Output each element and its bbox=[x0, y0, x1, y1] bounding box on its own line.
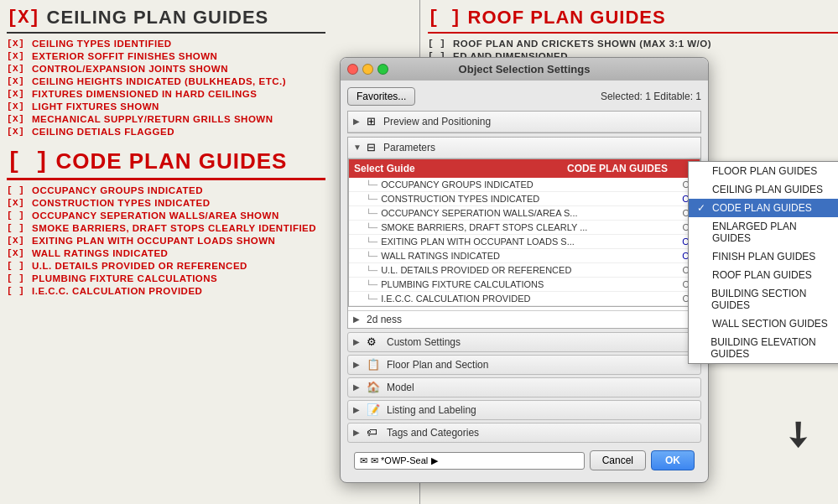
check-mark bbox=[697, 226, 709, 238]
owp-seal-dropdown[interactable]: ✉ ✉ *OWP-Seal ▶ bbox=[354, 452, 585, 470]
dropdown-menu-item[interactable]: CEILING PLAN GUIDES bbox=[689, 180, 838, 199]
twod-arrow: ▶ bbox=[353, 314, 363, 325]
dropdown-menu-item[interactable]: FLOOR PLAN GUIDES bbox=[689, 162, 838, 180]
tree-icon: └─ bbox=[366, 294, 377, 304]
dialog-body: Favorites... Selected: 1 Editable: 1 ▶ ⊞… bbox=[341, 81, 708, 482]
twod-label: 2d ness bbox=[367, 314, 402, 325]
custom-label: Custom Settings bbox=[387, 336, 461, 348]
tags-arrow: ▶ bbox=[353, 428, 363, 438]
model-icon: 🏠 bbox=[367, 381, 380, 394]
dropdown-menu-item[interactable]: WALL SECTION GUIDES bbox=[689, 314, 838, 333]
owp-label: ✉ *OWP-Seal bbox=[371, 455, 428, 466]
parameters-header[interactable]: ▼ ⊟ Parameters bbox=[348, 138, 700, 158]
maximize-btn[interactable] bbox=[377, 64, 388, 75]
row-label: EXITING PLAN WITH OCCUPANT LOADS S... bbox=[381, 236, 665, 247]
custom-icon: ⚙ bbox=[367, 335, 380, 349]
table-row[interactable]: └─WALL RATINGS INDICATEDOn bbox=[349, 249, 700, 263]
check-mark bbox=[697, 184, 709, 195]
tags-icon: 🏷 bbox=[367, 426, 380, 439]
dropdown-menu-item[interactable]: ROOF PLAN GUIDES bbox=[689, 266, 838, 284]
sg-col-right: CODE PLAN GUIDES bbox=[567, 163, 684, 174]
tree-icon: └─ bbox=[366, 180, 377, 190]
parameters-section: ▼ ⊟ Parameters Select Guide CODE PLAN GU… bbox=[347, 137, 701, 329]
dropdown-menu-item[interactable]: BUILDING SECTION GUIDES bbox=[689, 284, 838, 314]
owp-chevron: ▶ bbox=[431, 455, 438, 466]
sg-col-left: Select Guide bbox=[354, 163, 567, 174]
row-label: I.E.C.C. CALCULATION PROVIDED bbox=[381, 294, 665, 304]
tree-icon: └─ bbox=[366, 252, 377, 261]
menu-item-label: CODE PLAN GUIDES bbox=[712, 202, 812, 214]
owp-icon: ✉ bbox=[360, 455, 367, 466]
table-row[interactable]: └─OCCUPANCY SEPERATION WALLS/AREA S...Of… bbox=[349, 206, 700, 221]
check-mark bbox=[697, 342, 707, 354]
select-guide-header: Select Guide CODE PLAN GUIDES ▶ bbox=[349, 159, 700, 178]
listing-arrow: ▶ bbox=[353, 405, 363, 415]
preview-arrow: ▶ bbox=[353, 117, 363, 127]
menu-item-label: BUILDING ELEVATION GUIDES bbox=[710, 336, 838, 360]
menu-item-label: BUILDING SECTION GUIDES bbox=[711, 288, 838, 311]
menu-item-label: ENLARGED PLAN GUIDES bbox=[712, 221, 838, 244]
tree-icon: └─ bbox=[366, 209, 377, 218]
menu-item-label: WALL SECTION GUIDES bbox=[712, 318, 828, 330]
favorites-button[interactable]: Favorites... bbox=[347, 87, 415, 106]
table-row[interactable]: └─SMOKE BARRIERS, DRAFT STOPS CLEARLY ..… bbox=[349, 221, 700, 235]
cancel-button[interactable]: Cancel bbox=[590, 450, 646, 470]
custom-settings-row[interactable]: ▶ ⚙ Custom Settings bbox=[347, 332, 701, 352]
check-mark bbox=[697, 318, 709, 330]
table-row[interactable]: └─I.E.C.C. CALCULATION PROVIDEDOff bbox=[349, 292, 700, 306]
menu-item-label: CEILING PLAN GUIDES bbox=[712, 184, 823, 195]
preview-header[interactable]: ▶ ⊞ Preview and Positioning bbox=[348, 112, 700, 132]
check-mark bbox=[697, 251, 709, 262]
floor-plan-row[interactable]: ▶ 📋 Floor Plan and Section bbox=[347, 355, 701, 375]
floor-arrow: ▶ bbox=[353, 360, 363, 370]
tree-icon: └─ bbox=[366, 237, 377, 247]
menu-item-label: FLOOR PLAN GUIDES bbox=[712, 165, 817, 177]
row-label: PLUMBING FIXTURE CALCULATIONS bbox=[381, 279, 665, 289]
dialog-title: Object Selection Settings bbox=[459, 63, 591, 75]
bottom-sections: ▶ ⚙ Custom Settings ▶ 📋 Floor Plan and S… bbox=[347, 332, 701, 443]
table-row[interactable]: └─EXITING PLAN WITH OCCUPANT LOADS S...O… bbox=[349, 235, 700, 249]
row-label: CONSTRUCTION TYPES INDICATED bbox=[381, 194, 665, 204]
guide-type-dropdown: FLOOR PLAN GUIDES CEILING PLAN GUIDES✓CO… bbox=[688, 161, 838, 364]
model-arrow: ▶ bbox=[353, 382, 363, 392]
check-mark bbox=[697, 165, 709, 177]
tags-label: Tags and Categories bbox=[387, 427, 479, 439]
floor-icon: 📋 bbox=[367, 358, 380, 372]
listing-row[interactable]: ▶ 📝 Listing and Labeling bbox=[347, 400, 701, 420]
tree-icon: └─ bbox=[366, 195, 377, 204]
close-btn[interactable] bbox=[347, 64, 358, 75]
check-mark: ✓ bbox=[697, 202, 709, 214]
modal-overlay: Object Selection Settings Favorites... S… bbox=[0, 0, 838, 504]
tree-icon: └─ bbox=[366, 280, 377, 289]
dropdown-menu-item[interactable]: ✓CODE PLAN GUIDES bbox=[689, 199, 838, 217]
dropdown-menu-item[interactable]: ENLARGED PLAN GUIDES bbox=[689, 217, 838, 247]
row-label: U.L. DETAILS PROVIDED OR REFERENCED bbox=[381, 265, 665, 275]
table-row[interactable]: └─PLUMBING FIXTURE CALCULATIONSOff bbox=[349, 278, 700, 292]
dropdown-menu-item[interactable]: BUILDING ELEVATION GUIDES bbox=[689, 333, 838, 363]
row-label: WALL RATINGS INDICATED bbox=[381, 251, 665, 261]
dialog-footer: ✉ ✉ *OWP-Seal ▶ Cancel OK bbox=[347, 445, 701, 475]
preview-section: ▶ ⊞ Preview and Positioning bbox=[347, 111, 701, 133]
floor-label: Floor Plan and Section bbox=[387, 359, 488, 371]
dialog-titlebar: Object Selection Settings bbox=[341, 58, 708, 81]
custom-arrow: ▶ bbox=[353, 337, 363, 347]
row-label: SMOKE BARRIERS, DRAFT STOPS CLEARLY ... bbox=[381, 222, 665, 232]
dialog-window-buttons bbox=[347, 64, 388, 75]
table-row[interactable]: └─U.L. DETAILS PROVIDED OR REFERENCEDOff bbox=[349, 263, 700, 278]
model-row[interactable]: ▶ 🏠 Model bbox=[347, 377, 701, 397]
dropdown-menu-item[interactable]: FINISH PLAN GUIDES bbox=[689, 247, 838, 266]
tree-icon: └─ bbox=[366, 223, 377, 232]
ok-button[interactable]: OK bbox=[651, 450, 695, 470]
tree-icon: └─ bbox=[366, 266, 377, 275]
minimize-btn[interactable] bbox=[362, 64, 373, 75]
preview-icon: ⊞ bbox=[367, 115, 380, 128]
row-label: OCCUPANCY GROUPS INDICATED bbox=[381, 179, 665, 190]
object-selection-dialog: Object Selection Settings Favorites... S… bbox=[340, 57, 709, 483]
table-row[interactable]: └─CONSTRUCTION TYPES INDICATEDOn bbox=[349, 192, 700, 206]
model-label: Model bbox=[387, 382, 414, 393]
twod-row[interactable]: ▶ 2d ness bbox=[348, 310, 700, 328]
params-arrow: ▼ bbox=[353, 143, 363, 153]
table-row[interactable]: └─OCCUPANCY GROUPS INDICATEDOff bbox=[349, 178, 700, 192]
menu-item-label: FINISH PLAN GUIDES bbox=[712, 251, 815, 262]
tags-row[interactable]: ▶ 🏷 Tags and Categories bbox=[347, 423, 701, 443]
